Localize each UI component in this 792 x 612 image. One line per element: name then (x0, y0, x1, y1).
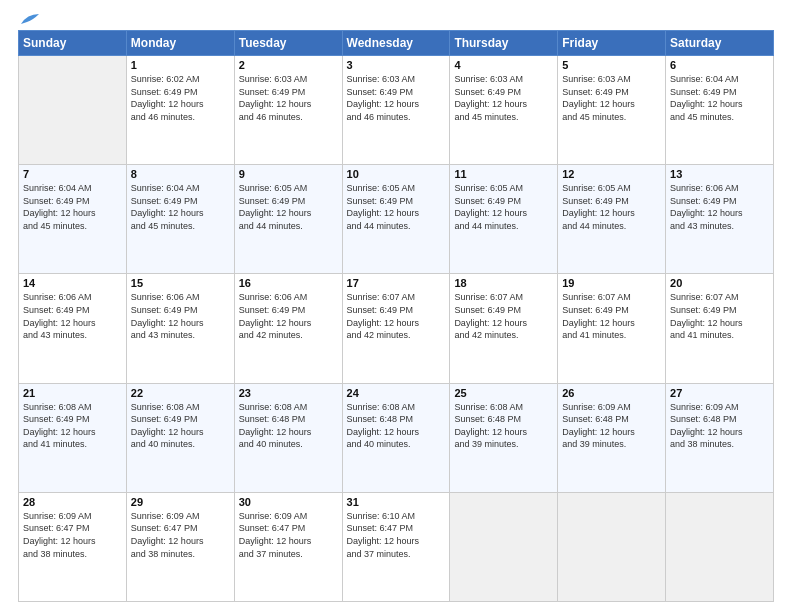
day-number: 7 (23, 168, 122, 180)
day-number: 31 (347, 496, 446, 508)
day-info: Sunrise: 6:09 AM Sunset: 6:47 PM Dayligh… (131, 510, 230, 560)
week-row-0: 1Sunrise: 6:02 AM Sunset: 6:49 PM Daylig… (19, 56, 774, 165)
week-row-1: 7Sunrise: 6:04 AM Sunset: 6:49 PM Daylig… (19, 165, 774, 274)
day-cell-23: 23Sunrise: 6:08 AM Sunset: 6:48 PM Dayli… (234, 383, 342, 492)
day-cell-1: 1Sunrise: 6:02 AM Sunset: 6:49 PM Daylig… (126, 56, 234, 165)
day-cell-19: 19Sunrise: 6:07 AM Sunset: 6:49 PM Dayli… (558, 274, 666, 383)
header-row: SundayMondayTuesdayWednesdayThursdayFrid… (19, 31, 774, 56)
day-number: 12 (562, 168, 661, 180)
day-info: Sunrise: 6:04 AM Sunset: 6:49 PM Dayligh… (23, 182, 122, 232)
day-info: Sunrise: 6:05 AM Sunset: 6:49 PM Dayligh… (454, 182, 553, 232)
day-cell-5: 5Sunrise: 6:03 AM Sunset: 6:49 PM Daylig… (558, 56, 666, 165)
day-number: 16 (239, 277, 338, 289)
day-number: 8 (131, 168, 230, 180)
calendar-table: SundayMondayTuesdayWednesdayThursdayFrid… (18, 30, 774, 602)
day-cell-31: 31Sunrise: 6:10 AM Sunset: 6:47 PM Dayli… (342, 492, 450, 601)
day-number: 22 (131, 387, 230, 399)
day-cell-10: 10Sunrise: 6:05 AM Sunset: 6:49 PM Dayli… (342, 165, 450, 274)
col-header-thursday: Thursday (450, 31, 558, 56)
day-number: 25 (454, 387, 553, 399)
day-number: 23 (239, 387, 338, 399)
day-cell-17: 17Sunrise: 6:07 AM Sunset: 6:49 PM Dayli… (342, 274, 450, 383)
col-header-saturday: Saturday (666, 31, 774, 56)
day-cell-9: 9Sunrise: 6:05 AM Sunset: 6:49 PM Daylig… (234, 165, 342, 274)
day-cell-21: 21Sunrise: 6:08 AM Sunset: 6:49 PM Dayli… (19, 383, 127, 492)
day-cell-28: 28Sunrise: 6:09 AM Sunset: 6:47 PM Dayli… (19, 492, 127, 601)
page: SundayMondayTuesdayWednesdayThursdayFrid… (0, 0, 792, 612)
day-info: Sunrise: 6:09 AM Sunset: 6:47 PM Dayligh… (239, 510, 338, 560)
day-info: Sunrise: 6:09 AM Sunset: 6:47 PM Dayligh… (23, 510, 122, 560)
day-info: Sunrise: 6:07 AM Sunset: 6:49 PM Dayligh… (562, 291, 661, 341)
day-info: Sunrise: 6:03 AM Sunset: 6:49 PM Dayligh… (454, 73, 553, 123)
header (18, 18, 774, 22)
day-number: 4 (454, 59, 553, 71)
day-number: 28 (23, 496, 122, 508)
day-cell-27: 27Sunrise: 6:09 AM Sunset: 6:48 PM Dayli… (666, 383, 774, 492)
day-info: Sunrise: 6:08 AM Sunset: 6:48 PM Dayligh… (454, 401, 553, 451)
day-number: 3 (347, 59, 446, 71)
empty-cell (450, 492, 558, 601)
day-info: Sunrise: 6:05 AM Sunset: 6:49 PM Dayligh… (562, 182, 661, 232)
day-info: Sunrise: 6:08 AM Sunset: 6:48 PM Dayligh… (239, 401, 338, 451)
day-number: 2 (239, 59, 338, 71)
day-info: Sunrise: 6:07 AM Sunset: 6:49 PM Dayligh… (454, 291, 553, 341)
week-row-2: 14Sunrise: 6:06 AM Sunset: 6:49 PM Dayli… (19, 274, 774, 383)
day-cell-30: 30Sunrise: 6:09 AM Sunset: 6:47 PM Dayli… (234, 492, 342, 601)
day-cell-16: 16Sunrise: 6:06 AM Sunset: 6:49 PM Dayli… (234, 274, 342, 383)
day-number: 18 (454, 277, 553, 289)
day-info: Sunrise: 6:02 AM Sunset: 6:49 PM Dayligh… (131, 73, 230, 123)
day-number: 1 (131, 59, 230, 71)
week-row-3: 21Sunrise: 6:08 AM Sunset: 6:49 PM Dayli… (19, 383, 774, 492)
day-cell-24: 24Sunrise: 6:08 AM Sunset: 6:48 PM Dayli… (342, 383, 450, 492)
day-number: 17 (347, 277, 446, 289)
day-number: 13 (670, 168, 769, 180)
day-number: 11 (454, 168, 553, 180)
day-cell-3: 3Sunrise: 6:03 AM Sunset: 6:49 PM Daylig… (342, 56, 450, 165)
day-number: 29 (131, 496, 230, 508)
day-info: Sunrise: 6:09 AM Sunset: 6:48 PM Dayligh… (670, 401, 769, 451)
day-number: 14 (23, 277, 122, 289)
day-cell-2: 2Sunrise: 6:03 AM Sunset: 6:49 PM Daylig… (234, 56, 342, 165)
col-header-monday: Monday (126, 31, 234, 56)
day-cell-8: 8Sunrise: 6:04 AM Sunset: 6:49 PM Daylig… (126, 165, 234, 274)
day-number: 24 (347, 387, 446, 399)
day-cell-4: 4Sunrise: 6:03 AM Sunset: 6:49 PM Daylig… (450, 56, 558, 165)
day-info: Sunrise: 6:04 AM Sunset: 6:49 PM Dayligh… (670, 73, 769, 123)
day-cell-6: 6Sunrise: 6:04 AM Sunset: 6:49 PM Daylig… (666, 56, 774, 165)
day-number: 9 (239, 168, 338, 180)
day-cell-20: 20Sunrise: 6:07 AM Sunset: 6:49 PM Dayli… (666, 274, 774, 383)
day-number: 10 (347, 168, 446, 180)
logo (18, 18, 41, 22)
day-number: 27 (670, 387, 769, 399)
day-cell-25: 25Sunrise: 6:08 AM Sunset: 6:48 PM Dayli… (450, 383, 558, 492)
day-cell-26: 26Sunrise: 6:09 AM Sunset: 6:48 PM Dayli… (558, 383, 666, 492)
day-cell-18: 18Sunrise: 6:07 AM Sunset: 6:49 PM Dayli… (450, 274, 558, 383)
day-info: Sunrise: 6:06 AM Sunset: 6:49 PM Dayligh… (239, 291, 338, 341)
day-info: Sunrise: 6:05 AM Sunset: 6:49 PM Dayligh… (239, 182, 338, 232)
day-cell-12: 12Sunrise: 6:05 AM Sunset: 6:49 PM Dayli… (558, 165, 666, 274)
day-info: Sunrise: 6:06 AM Sunset: 6:49 PM Dayligh… (23, 291, 122, 341)
day-info: Sunrise: 6:08 AM Sunset: 6:49 PM Dayligh… (131, 401, 230, 451)
day-number: 26 (562, 387, 661, 399)
day-cell-14: 14Sunrise: 6:06 AM Sunset: 6:49 PM Dayli… (19, 274, 127, 383)
day-info: Sunrise: 6:03 AM Sunset: 6:49 PM Dayligh… (239, 73, 338, 123)
week-row-4: 28Sunrise: 6:09 AM Sunset: 6:47 PM Dayli… (19, 492, 774, 601)
empty-cell (666, 492, 774, 601)
day-info: Sunrise: 6:06 AM Sunset: 6:49 PM Dayligh… (670, 182, 769, 232)
day-info: Sunrise: 6:03 AM Sunset: 6:49 PM Dayligh… (347, 73, 446, 123)
day-number: 20 (670, 277, 769, 289)
col-header-friday: Friday (558, 31, 666, 56)
empty-cell (558, 492, 666, 601)
day-info: Sunrise: 6:08 AM Sunset: 6:49 PM Dayligh… (23, 401, 122, 451)
day-info: Sunrise: 6:09 AM Sunset: 6:48 PM Dayligh… (562, 401, 661, 451)
day-number: 5 (562, 59, 661, 71)
day-number: 21 (23, 387, 122, 399)
day-number: 19 (562, 277, 661, 289)
day-cell-29: 29Sunrise: 6:09 AM Sunset: 6:47 PM Dayli… (126, 492, 234, 601)
day-info: Sunrise: 6:07 AM Sunset: 6:49 PM Dayligh… (347, 291, 446, 341)
empty-cell (19, 56, 127, 165)
day-number: 6 (670, 59, 769, 71)
col-header-wednesday: Wednesday (342, 31, 450, 56)
day-info: Sunrise: 6:07 AM Sunset: 6:49 PM Dayligh… (670, 291, 769, 341)
day-number: 15 (131, 277, 230, 289)
